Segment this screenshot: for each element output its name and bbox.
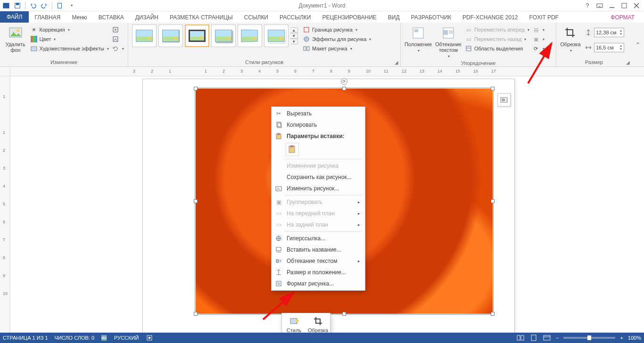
- picture-layout-button[interactable]: Макет рисунка▾: [303, 44, 371, 53]
- redo-icon[interactable]: [39, 0, 50, 11]
- handle-nw[interactable]: [194, 87, 198, 90]
- status-page[interactable]: СТРАНИЦА 1 ИЗ 1: [3, 335, 48, 341]
- tab-review[interactable]: РЕЦЕНЗИРОВАНИЕ: [316, 12, 382, 23]
- tab-design[interactable]: ДИЗАЙН: [130, 12, 164, 23]
- style-thumb-4[interactable]: [211, 24, 236, 47]
- tab-home[interactable]: ГЛАВНАЯ: [29, 12, 66, 23]
- group-button[interactable]: ▣▾: [532, 35, 545, 43]
- remove-background-button[interactable]: Удалить фон: [4, 24, 27, 53]
- picture-effects-label: Эффекты для рисунка: [312, 36, 366, 42]
- style-icon: [289, 316, 299, 327]
- ctx-format-picture[interactable]: Формат рисунка...: [272, 278, 365, 289]
- zoom-level[interactable]: 100%: [628, 335, 641, 341]
- tab-format[interactable]: ФОРМАТ: [605, 12, 640, 23]
- color-button[interactable]: Цвет▾: [30, 35, 109, 43]
- view-readmode-icon[interactable]: [516, 334, 525, 342]
- rotate-button[interactable]: ⟳▾: [532, 44, 545, 53]
- handle-sw[interactable]: [194, 312, 198, 316]
- send-backward-button[interactable]: ▭Переместить назад▾: [465, 35, 529, 43]
- style-thumb-1[interactable]: [132, 24, 157, 47]
- status-words[interactable]: ЧИСЛО СЛОВ: 0: [55, 335, 95, 341]
- undo-icon[interactable]: [28, 0, 38, 11]
- layout-options-button[interactable]: [497, 93, 511, 106]
- new-doc-icon[interactable]: [55, 0, 65, 11]
- height-field[interactable]: 12,38 см▲▼: [585, 28, 624, 37]
- macro-record-icon[interactable]: [145, 334, 154, 342]
- gallery-more[interactable]: ▴▾▾: [290, 27, 298, 44]
- crop-button[interactable]: Обрезка▾: [560, 24, 581, 54]
- ctx-copy[interactable]: Копировать: [272, 119, 365, 131]
- align-button[interactable]: ▤▾: [532, 25, 545, 34]
- save-icon[interactable]: [12, 0, 23, 11]
- ruler-horizontal[interactable]: 3211234567891011121314151617: [10, 67, 644, 76]
- handle-se[interactable]: [491, 312, 495, 316]
- wrap-text-button[interactable]: Обтекание текстом▾: [435, 24, 462, 59]
- dialog-launcher-icon[interactable]: ◢: [395, 60, 398, 65]
- help-icon[interactable]: ?: [582, 1, 593, 10]
- width-spinner[interactable]: ▲▼: [619, 44, 622, 51]
- tab-file[interactable]: ФАЙЛ: [0, 11, 29, 23]
- tab-insert[interactable]: ВСТАВКА: [93, 12, 130, 23]
- view-weblayout-icon[interactable]: [543, 334, 551, 342]
- selection-pane-button[interactable]: Область выделения: [465, 44, 529, 53]
- tab-page-layout[interactable]: РАЗМЕТКА СТРАНИЦЫ: [164, 12, 239, 23]
- close-icon[interactable]: [631, 1, 642, 10]
- tab-menu[interactable]: Меню: [66, 12, 92, 23]
- picture-styles-gallery[interactable]: ▴▾▾: [132, 24, 298, 47]
- tab-mailings[interactable]: РАССЫЛКИ: [274, 12, 316, 23]
- tab-developer[interactable]: РАЗРАБОТЧИК: [405, 12, 457, 23]
- ruler-vertical[interactable]: 112345678910: [0, 76, 10, 333]
- svg-point-44: [278, 283, 280, 285]
- position-button[interactable]: Положение▾: [405, 24, 432, 54]
- effects-icon: [30, 45, 38, 52]
- ctx-paste-as-picture[interactable]: [286, 143, 299, 156]
- word-icon[interactable]: W: [1, 0, 11, 11]
- zoom-slider[interactable]: [563, 337, 615, 339]
- minimize-icon[interactable]: [606, 1, 618, 10]
- zoom-out-button[interactable]: −: [556, 335, 559, 341]
- ctx-insert-caption[interactable]: Вставить название...: [272, 244, 365, 255]
- ctx-cut[interactable]: ✂Вырезать: [272, 108, 365, 119]
- corrections-button[interactable]: ☀ Коррекция▾: [30, 25, 109, 34]
- ribbon-options-icon[interactable]: [594, 1, 605, 10]
- handle-ne[interactable]: [491, 87, 495, 90]
- zoom-in-button[interactable]: +: [620, 335, 623, 341]
- dialog-launcher-size-icon[interactable]: ◢: [626, 60, 630, 65]
- qat-customize-icon[interactable]: ▾: [66, 0, 76, 11]
- status-language[interactable]: РУССКИЙ: [114, 335, 139, 341]
- ctx-wrap-text[interactable]: Обтекание текстом▸: [272, 255, 365, 267]
- picture-border-button[interactable]: Граница рисунка▾: [303, 25, 371, 34]
- handle-e[interactable]: [491, 199, 495, 203]
- rotate-handle[interactable]: ⟳: [341, 78, 347, 85]
- bring-forward-button[interactable]: ▭Переместить вперед▾: [465, 25, 529, 34]
- ctx-change-picture[interactable]: Изменить рисунок...: [272, 183, 365, 194]
- collapse-ribbon-icon[interactable]: ⌃: [632, 23, 644, 66]
- handle-n[interactable]: [342, 87, 346, 90]
- compress-pictures-button[interactable]: [112, 25, 124, 34]
- reset-picture-button[interactable]: ▾: [112, 44, 124, 53]
- handle-s[interactable]: [342, 312, 346, 316]
- document-canvas[interactable]: ⟳ ✂Вырезать Копировать Параметры вставки…: [10, 76, 644, 333]
- style-thumb-2[interactable]: [158, 24, 183, 47]
- tab-references[interactable]: ССЫЛКИ: [239, 12, 274, 23]
- height-spinner[interactable]: ▲▼: [619, 29, 622, 36]
- style-thumb-3[interactable]: [185, 24, 209, 47]
- handle-w[interactable]: [194, 199, 198, 203]
- ctx-hyperlink[interactable]: Гиперссылка...: [272, 233, 365, 244]
- ctx-size-position[interactable]: Размер и положение...: [272, 267, 365, 278]
- selected-image[interactable]: ⟳ ✂Вырезать Копировать Параметры вставки…: [196, 89, 493, 314]
- style-thumb-5[interactable]: [238, 24, 262, 47]
- tab-pdf-xchange[interactable]: PDF-XChange 2012: [457, 12, 523, 23]
- mini-style-button[interactable]: Стиль: [282, 313, 306, 333]
- artistic-effects-button[interactable]: Художественные эффекты▾: [30, 44, 109, 53]
- ctx-save-as-picture[interactable]: Сохранить как рисунок...: [272, 172, 365, 183]
- tab-foxit-pdf[interactable]: Foxit PDF: [523, 12, 564, 23]
- picture-effects-button[interactable]: Эффекты для рисунка▾: [303, 35, 371, 43]
- tab-view[interactable]: ВИД: [382, 12, 405, 23]
- view-printlayout-icon[interactable]: [529, 334, 538, 342]
- mini-crop-button[interactable]: Обрезка: [306, 313, 330, 333]
- style-thumb-6[interactable]: [264, 24, 289, 47]
- change-picture-mini-button[interactable]: [112, 35, 124, 43]
- width-field[interactable]: 16,5 см▲▼: [585, 43, 624, 52]
- maximize-icon[interactable]: [619, 1, 630, 10]
